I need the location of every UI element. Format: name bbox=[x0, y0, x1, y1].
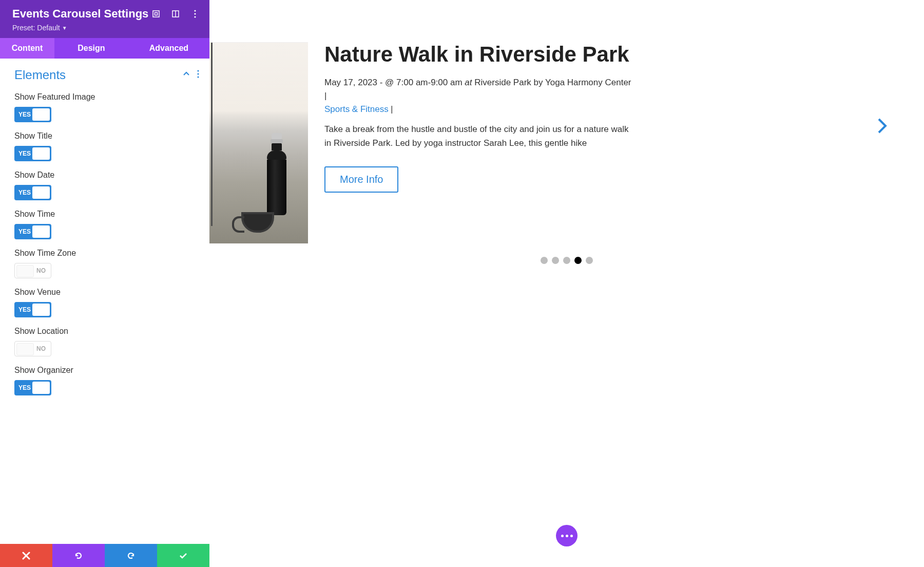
svg-point-8 bbox=[197, 73, 199, 74]
section-elements-title[interactable]: Elements bbox=[14, 68, 66, 82]
svg-point-9 bbox=[197, 76, 199, 78]
toggle-text: NO bbox=[36, 267, 46, 274]
by-word: by bbox=[534, 78, 543, 87]
field-label: Show Date bbox=[14, 171, 195, 180]
toggle-switch[interactable]: YES bbox=[14, 302, 51, 317]
carousel-dot[interactable] bbox=[552, 257, 559, 264]
toggle-switch[interactable]: NO bbox=[14, 341, 51, 356]
event-meta: May 17, 2023 - @ 7:00 am-9:00 am at Rive… bbox=[324, 76, 632, 102]
toggle-switch[interactable]: YES bbox=[14, 107, 51, 122]
svg-point-4 bbox=[194, 10, 196, 11]
carousel-dots bbox=[541, 257, 593, 264]
sidebar-footer bbox=[0, 544, 209, 567]
sidebar-header: Events Carousel Settings Preset: Default… bbox=[0, 0, 209, 38]
bottle-graphic bbox=[267, 133, 286, 214]
toggle-thumb bbox=[32, 304, 50, 316]
field-row: Show Time ZoneNO bbox=[0, 243, 209, 282]
toggle-text: YES bbox=[18, 111, 31, 118]
toggle-switch[interactable]: NO bbox=[14, 263, 51, 278]
preset-value: Default bbox=[37, 24, 60, 32]
field-label: Show Time bbox=[14, 210, 195, 219]
fullscreen-icon[interactable] bbox=[152, 10, 160, 18]
toggle-text: YES bbox=[18, 189, 31, 196]
cancel-button[interactable] bbox=[0, 544, 52, 567]
tab-content[interactable]: Content bbox=[0, 38, 54, 59]
toggle-thumb bbox=[16, 343, 34, 355]
field-label: Show Featured Image bbox=[14, 92, 195, 102]
save-button[interactable] bbox=[157, 544, 209, 567]
field-row: Show TimeYES bbox=[0, 204, 209, 243]
field-row: Show Featured ImageYES bbox=[0, 87, 209, 126]
collapse-icon[interactable] bbox=[183, 70, 190, 80]
event-description: Take a break from the hustle and bustle … bbox=[324, 123, 632, 150]
sidebar-title: Events Carousel Settings bbox=[12, 7, 148, 21]
toggle-thumb bbox=[32, 147, 50, 160]
field-row: Show TitleYES bbox=[0, 126, 209, 165]
carousel-dot[interactable] bbox=[574, 257, 582, 264]
field-label: Show Location bbox=[14, 327, 195, 336]
toggle-text: YES bbox=[18, 384, 31, 391]
field-label: Show Venue bbox=[14, 288, 195, 297]
event-category-link[interactable]: Sports & Fitness bbox=[324, 104, 389, 114]
field-row: Show OrganizerYES bbox=[0, 361, 209, 400]
settings-tabs: Content Design Advanced bbox=[0, 38, 209, 59]
carousel-dot[interactable] bbox=[541, 257, 548, 264]
toggle-text: NO bbox=[36, 345, 46, 352]
svg-point-6 bbox=[194, 16, 196, 17]
chevron-down-icon: ▼ bbox=[62, 25, 67, 31]
svg-rect-0 bbox=[153, 11, 159, 17]
event-date: May 17, 2023 - @ 7:00 am-9:00 am bbox=[324, 78, 463, 87]
event-featured-image bbox=[209, 42, 308, 243]
carousel-dot[interactable] bbox=[563, 257, 570, 264]
field-row: Show DateYES bbox=[0, 165, 209, 204]
field-row: Show LocationNO bbox=[0, 322, 209, 361]
tab-advanced[interactable]: Advanced bbox=[128, 38, 209, 59]
toggle-switch[interactable]: YES bbox=[14, 224, 51, 239]
toggle-thumb bbox=[32, 225, 50, 238]
event-organizer: Yoga Harmony Center bbox=[545, 78, 631, 87]
page-options-fab[interactable] bbox=[556, 525, 578, 546]
panel-body: Elements Show Featured ImageYESShow Titl… bbox=[0, 59, 209, 544]
event-venue: Riverside Park bbox=[474, 78, 531, 87]
field-label: Show Time Zone bbox=[14, 249, 195, 258]
preset-label: Preset: bbox=[12, 24, 35, 32]
tab-design[interactable]: Design bbox=[54, 38, 128, 59]
toggle-switch[interactable]: YES bbox=[14, 185, 51, 200]
field-label: Show Title bbox=[14, 131, 195, 141]
toggle-thumb bbox=[32, 186, 50, 199]
more-info-button[interactable]: More Info bbox=[324, 166, 398, 193]
at-word: at bbox=[465, 78, 472, 87]
toggle-switch[interactable]: YES bbox=[14, 146, 51, 161]
section-more-icon[interactable] bbox=[197, 70, 199, 80]
settings-sidebar: Events Carousel Settings Preset: Default… bbox=[0, 0, 209, 544]
toggle-switch[interactable]: YES bbox=[14, 380, 51, 395]
cup-graphic bbox=[241, 212, 274, 233]
carousel-dot[interactable] bbox=[586, 257, 593, 264]
toggle-thumb bbox=[32, 108, 50, 121]
meta-sep: | bbox=[324, 91, 326, 101]
more-icon[interactable] bbox=[191, 10, 199, 18]
field-label: Show Organizer bbox=[14, 366, 195, 375]
event-card: Nature Walk in Riverside Park May 17, 20… bbox=[209, 42, 632, 243]
toggle-thumb bbox=[16, 265, 34, 277]
redo-button[interactable] bbox=[105, 544, 157, 567]
toggle-text: YES bbox=[18, 306, 31, 313]
toggle-thumb bbox=[32, 382, 50, 394]
event-title: Nature Walk in Riverside Park bbox=[324, 42, 632, 67]
svg-point-7 bbox=[197, 70, 199, 71]
responsive-icon[interactable] bbox=[171, 10, 180, 18]
svg-point-5 bbox=[194, 13, 196, 14]
preview-area: Nature Walk in Riverside Park May 17, 20… bbox=[209, 0, 924, 567]
preset-selector[interactable]: Preset: Default ▼ bbox=[12, 24, 199, 32]
toggle-text: YES bbox=[18, 150, 31, 157]
undo-button[interactable] bbox=[52, 544, 105, 567]
cat-trailing: | bbox=[391, 105, 393, 114]
svg-rect-1 bbox=[155, 13, 158, 15]
carousel-next-button[interactable] bbox=[877, 117, 888, 137]
field-row: Show VenueYES bbox=[0, 282, 209, 322]
toggle-text: YES bbox=[18, 228, 31, 235]
